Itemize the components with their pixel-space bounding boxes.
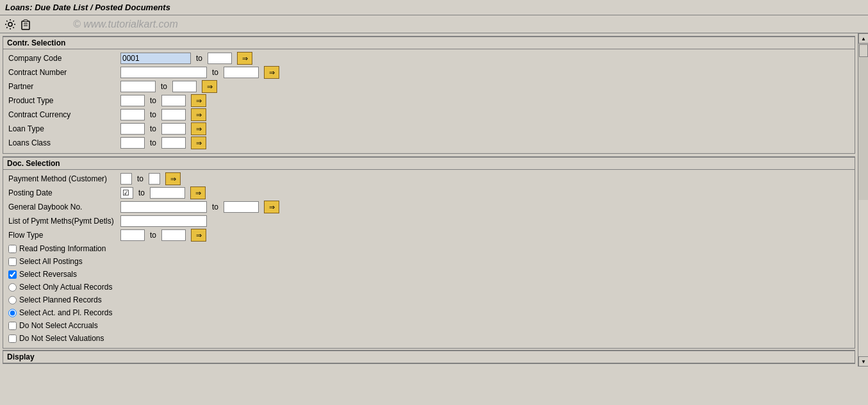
read-posting-row: Read Posting Information bbox=[8, 243, 849, 254]
daybook-arrow-btn[interactable]: ⇒ bbox=[264, 201, 279, 213]
no-accruals-checkbox[interactable] bbox=[8, 322, 17, 330]
loans-class-arrow-btn[interactable]: ⇒ bbox=[191, 136, 206, 149]
display-section: Display bbox=[3, 350, 855, 364]
to-label-11: to bbox=[150, 231, 156, 240]
pymt-meths-input[interactable] bbox=[120, 215, 207, 227]
pymt-meths-row: List of Pymt Meths(Pymt Detls) bbox=[8, 215, 849, 227]
select-reversals-row: Select Reversals bbox=[8, 269, 849, 280]
doc-selection-header: Doc. Selection bbox=[3, 158, 855, 170]
to-label-2: to bbox=[212, 68, 218, 77]
product-type-arrow-btn[interactable]: ⇒ bbox=[191, 94, 206, 107]
select-actual-records-label: Select Only Actual Records bbox=[19, 283, 112, 292]
company-code-input[interactable] bbox=[120, 53, 191, 64]
posting-date-input-to[interactable] bbox=[150, 187, 185, 199]
posting-date-input[interactable] bbox=[120, 187, 133, 199]
no-valuations-row: Do Not Select Valuations bbox=[8, 333, 849, 344]
contract-currency-input-to[interactable] bbox=[161, 109, 186, 120]
posting-date-row: Posting Date to ⇒ bbox=[8, 186, 849, 199]
select-all-postings-row: Select All Postings bbox=[8, 256, 849, 267]
company-code-arrow-btn[interactable]: ⇒ bbox=[237, 52, 252, 65]
contract-currency-input[interactable] bbox=[120, 109, 145, 120]
loan-type-arrow-btn[interactable]: ⇒ bbox=[191, 122, 206, 135]
flow-type-arrow-btn[interactable]: ⇒ bbox=[191, 229, 206, 242]
to-label-6: to bbox=[150, 124, 156, 133]
no-accruals-row: Do Not Select Accruals bbox=[8, 320, 849, 331]
scroll-thumb[interactable] bbox=[859, 44, 868, 57]
to-label-5: to bbox=[150, 110, 156, 119]
to-label-8: to bbox=[137, 174, 143, 183]
posting-date-label: Posting Date bbox=[8, 188, 120, 197]
contr-selection-panel: Contr. Selection Company Code to ⇒ Contr… bbox=[3, 36, 855, 154]
flow-type-input[interactable] bbox=[120, 229, 145, 241]
loans-class-label: Loans Class bbox=[8, 138, 120, 147]
loans-class-input[interactable] bbox=[120, 137, 145, 149]
loan-type-input-to[interactable] bbox=[161, 123, 186, 135]
select-act-pl-records-radio[interactable] bbox=[8, 309, 17, 317]
select-planned-records-row: Select Planned Records bbox=[8, 294, 849, 306]
flow-type-input-to[interactable] bbox=[161, 229, 186, 241]
posting-date-arrow-btn[interactable]: ⇒ bbox=[190, 186, 206, 199]
partner-label: Partner bbox=[8, 82, 120, 91]
no-valuations-checkbox[interactable] bbox=[8, 335, 17, 343]
select-reversals-label: Select Reversals bbox=[19, 270, 77, 279]
payment-method-input[interactable] bbox=[120, 173, 132, 185]
partner-arrow-btn[interactable]: ⇒ bbox=[202, 80, 217, 93]
contract-number-arrow-btn[interactable]: ⇒ bbox=[264, 66, 279, 79]
contract-number-label: Contract Number bbox=[8, 68, 120, 77]
product-type-row: Product Type to ⇒ bbox=[8, 94, 849, 107]
contr-selection-body: Company Code to ⇒ Contract Number to ⇒ bbox=[3, 49, 855, 153]
scroll-track bbox=[858, 44, 868, 200]
payment-method-row: Payment Method (Customer) to ⇒ bbox=[8, 172, 849, 185]
select-all-postings-checkbox[interactable] bbox=[8, 258, 17, 266]
contract-number-row: Contract Number to ⇒ bbox=[8, 66, 849, 79]
select-actual-records-radio[interactable] bbox=[8, 283, 17, 292]
partner-input-to[interactable] bbox=[172, 81, 197, 92]
company-code-input-to[interactable] bbox=[208, 53, 232, 64]
partner-row: Partner to ⇒ bbox=[8, 80, 849, 93]
to-label-3: to bbox=[161, 82, 167, 91]
settings-icon[interactable] bbox=[4, 18, 17, 31]
contr-selection-header: Contr. Selection bbox=[3, 37, 855, 49]
vertical-scrollbar: ▲ ▼ bbox=[858, 33, 868, 367]
partner-input[interactable] bbox=[120, 81, 156, 92]
doc-selection-body: Payment Method (Customer) to ⇒ Posting D… bbox=[3, 170, 855, 348]
daybook-input[interactable] bbox=[120, 201, 207, 213]
to-label-10: to bbox=[212, 202, 218, 211]
doc-selection-panel: Doc. Selection Payment Method (Customer)… bbox=[3, 156, 855, 349]
read-posting-checkbox[interactable] bbox=[8, 245, 17, 253]
payment-method-arrow-btn[interactable]: ⇒ bbox=[165, 172, 181, 185]
contract-number-input-to[interactable] bbox=[224, 67, 259, 78]
daybook-input-to[interactable] bbox=[224, 201, 259, 213]
no-valuations-label: Do Not Select Valuations bbox=[19, 334, 104, 343]
payment-method-input-to[interactable] bbox=[149, 173, 160, 185]
to-label-9: to bbox=[138, 188, 145, 197]
toolbar: © www.tutorialkart.com bbox=[0, 15, 868, 33]
payment-method-label: Payment Method (Customer) bbox=[8, 174, 120, 183]
svg-rect-2 bbox=[24, 20, 28, 22]
loan-type-input[interactable] bbox=[120, 123, 145, 135]
company-code-label: Company Code bbox=[8, 54, 120, 63]
to-label-7: to bbox=[150, 138, 156, 147]
loans-class-row: Loans Class to ⇒ bbox=[8, 136, 849, 149]
loans-class-input-to[interactable] bbox=[161, 137, 186, 149]
flow-type-label: Flow Type bbox=[8, 231, 120, 240]
contract-currency-row: Contract Currency to ⇒ bbox=[8, 108, 849, 121]
select-planned-records-radio[interactable] bbox=[8, 296, 17, 304]
main-content: Contr. Selection Company Code to ⇒ Contr… bbox=[0, 33, 858, 367]
no-accruals-label: Do Not Select Accruals bbox=[19, 321, 98, 330]
product-type-input[interactable] bbox=[120, 95, 145, 106]
svg-point-0 bbox=[8, 22, 12, 26]
contract-currency-label: Contract Currency bbox=[8, 110, 120, 119]
daybook-row: General Daybook No. to ⇒ bbox=[8, 201, 849, 213]
contract-currency-arrow-btn[interactable]: ⇒ bbox=[191, 108, 206, 121]
to-label-4: to bbox=[150, 96, 156, 105]
company-code-row: Company Code to ⇒ bbox=[8, 52, 849, 65]
scroll-down-button[interactable]: ▼ bbox=[858, 356, 868, 367]
select-reversals-checkbox[interactable] bbox=[8, 270, 17, 279]
clipboard-icon[interactable] bbox=[19, 18, 32, 31]
scroll-up-button[interactable]: ▲ bbox=[858, 33, 868, 44]
contract-number-input[interactable] bbox=[120, 67, 207, 78]
product-type-input-to[interactable] bbox=[161, 95, 186, 106]
select-actual-records-row: Select Only Actual Records bbox=[8, 281, 849, 293]
read-posting-label: Read Posting Information bbox=[19, 244, 106, 253]
